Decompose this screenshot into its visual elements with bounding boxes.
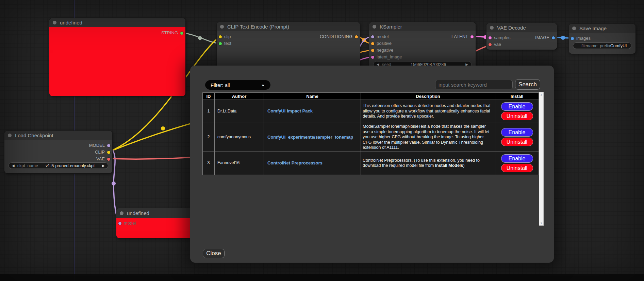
input-label: latent_image [377,54,402,59]
output-port-string[interactable] [180,32,183,35]
extensions-table: ID Author Name Description Install 1 Dr.… [202,92,539,175]
node-body-error[interactable]: model [116,218,193,238]
output-port-vae[interactable] [107,158,110,161]
table-row: 2 comfyanonymous ComfyUI_experiments/sam… [203,123,539,152]
search-button[interactable]: Search [515,79,540,90]
enable-button[interactable]: Enable [501,154,533,163]
node-title-bar[interactable]: KSampler [369,22,476,31]
collapse-dot-icon[interactable] [8,134,12,137]
output-label: LATENT [451,34,468,39]
search-input[interactable] [435,80,513,89]
cell-description: This extension offers various detector n… [361,100,495,123]
node-undefined-top[interactable]: undefined STRING [49,18,185,96]
node-title: Load Checkpoint [15,133,53,138]
output-label: IMAGE [535,35,549,40]
input-port-negative[interactable] [371,49,374,52]
extension-link[interactable]: ControlNet Preprocessors [267,160,323,165]
cell-id: 1 [203,100,215,123]
scroll-up-icon[interactable]: ▲ [539,92,543,97]
node-body[interactable]: samples vae IMAGE [486,32,557,50]
comfyui-canvas[interactable]: undefined STRING CLIP Text Encode (Promp… [0,0,644,281]
collapse-dot-icon[interactable] [220,25,224,29]
collapse-dot-icon[interactable] [53,21,56,24]
node-undefined-bottom[interactable]: undefined model [116,208,193,238]
node-title-bar[interactable]: CLIP Text Encode (Prompt) [217,22,360,31]
cell-author: Dr.Lt.Data [215,100,264,123]
node-title-bar[interactable]: undefined [116,208,193,218]
input-label: negative [377,48,393,53]
node-vae-decode[interactable]: VAE Decode samples vae IMAGE [486,23,557,50]
node-body-error[interactable]: STRING [49,27,185,96]
extension-manager-dialog: Filter: all ⌄ Search ID Author Name Desc… [190,66,554,263]
node-title: VAE Decode [497,25,526,31]
widget-label: filename_prefix [581,43,610,48]
cell-description: ControlNet Preprocessors. (To use this e… [361,152,495,175]
table-scrollbar[interactable]: ▲ ▼ [539,92,544,226]
enable-button[interactable]: Enable [501,128,533,137]
input-label: model [124,221,136,226]
output-port-image[interactable] [552,36,555,39]
next-arrow-icon[interactable]: ▶ [102,162,105,169]
node-body[interactable]: MODEL CLIP VAE ◀ ckpt_name v1-5-pruned-e… [4,140,112,173]
node-title-bar[interactable]: VAE Decode [486,23,557,32]
widget-value: ComfyUI [610,43,627,48]
filter-select[interactable]: Filter: all [205,80,270,90]
enable-button[interactable]: Enable [501,102,533,111]
node-title-bar[interactable]: Save Image [569,24,635,33]
output-port-clip[interactable] [107,151,110,154]
node-title-bar[interactable]: undefined [49,18,185,27]
cell-author: comfyanonymous [215,123,264,152]
input-label: images [576,36,591,41]
widget-value: v1-5-pruned-emaonly.ckpt [46,163,95,168]
input-port-latent-image[interactable] [371,56,374,59]
table-row: 1 Dr.Lt.Data ComfyUI Impact Pack This ex… [203,100,539,123]
uninstall-button[interactable]: Uninstall [501,164,533,172]
node-ksampler[interactable]: KSampler model positive negative latent_… [369,22,476,71]
output-label: CONDITIONING [320,34,352,39]
input-label: text [224,41,231,46]
output-label: CLIP [95,150,105,155]
scroll-down-icon[interactable]: ▼ [539,221,543,225]
input-port-model[interactable] [118,222,121,225]
uninstall-button[interactable]: Uninstall [501,112,533,120]
node-title-bar[interactable]: Load Checkpoint [4,131,112,140]
collapse-dot-icon[interactable] [490,26,494,30]
extension-link[interactable]: ComfyUI_experiments/sampler_tonemap [267,135,353,140]
column-header-install: Install [495,93,539,100]
uninstall-button[interactable]: Uninstall [501,138,533,146]
collapse-dot-icon[interactable] [120,211,123,215]
column-header-id: ID [203,93,215,100]
input-port-positive[interactable] [371,42,374,45]
output-label: STRING [161,30,178,35]
cell-install: Enable Uninstall [495,152,539,175]
output-port-latent[interactable] [470,35,474,38]
prev-arrow-icon[interactable]: ◀ [12,162,15,169]
column-header-author: Author [215,93,264,100]
node-title: undefined [60,20,82,25]
input-port-vae[interactable] [489,43,492,46]
node-body[interactable]: images filename_prefix ComfyUI [569,33,635,54]
node-title: KSampler [380,24,402,30]
input-port-images[interactable] [571,37,574,40]
widget-label: ckpt_name [17,163,38,168]
input-label: positive [377,41,392,46]
collapse-dot-icon[interactable] [373,25,376,29]
input-label: vae [494,42,501,47]
node-title: Save Image [579,25,607,31]
output-label: MODEL [89,143,105,148]
node-load-checkpoint[interactable]: Load Checkpoint MODEL CLIP VAE ◀ ckpt_na… [4,131,112,173]
output-port-conditioning[interactable] [355,35,358,38]
cell-id: 3 [203,152,215,175]
table-row: 3 Fannovel16 ControlNet Preprocessors Co… [203,152,539,175]
close-button[interactable]: Close [203,249,225,258]
node-save-image[interactable]: Save Image images filename_prefix ComfyU… [569,24,635,54]
cell-install: Enable Uninstall [495,100,539,123]
output-port-model[interactable] [107,144,110,147]
node-title: undefined [127,210,149,216]
ckpt-name-widget[interactable]: ◀ ckpt_name v1-5-pruned-emaonly.ckpt ▶ [9,162,108,169]
extension-link[interactable]: ComfyUI Impact Pack [267,108,313,113]
collapse-dot-icon[interactable] [572,27,576,30]
cell-author: Fannovel16 [215,152,264,175]
filename-prefix-widget[interactable]: filename_prefix ComfyUI [573,42,631,49]
input-port-text[interactable] [219,42,222,45]
